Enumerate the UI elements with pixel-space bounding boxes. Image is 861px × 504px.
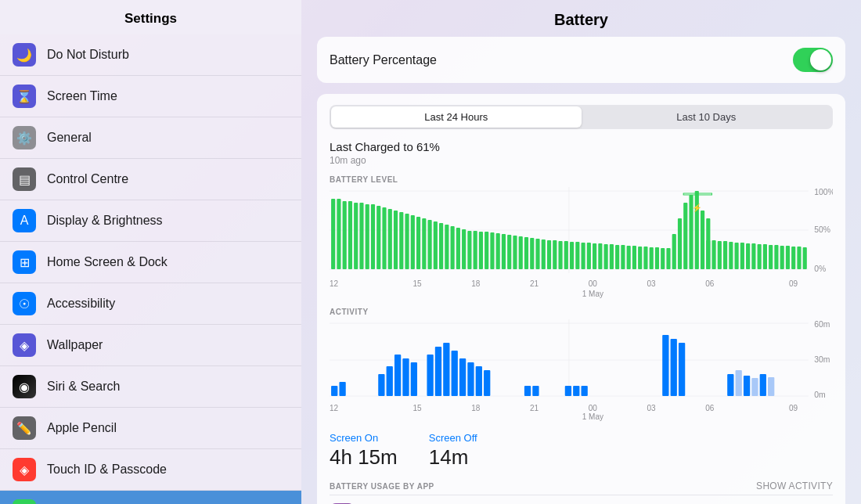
general-icon: ⚙️ (13, 126, 36, 149)
x-sublabel-empty-5 (681, 290, 740, 298)
sidebar-item-apple-pencil[interactable]: ✏️Apple Pencil (0, 408, 301, 449)
touch-id-icon: ◈ (13, 458, 36, 481)
act-x-15: 15 (388, 404, 447, 412)
act-x-21: 21 (505, 404, 564, 412)
last-charged-time: 10m ago (330, 155, 833, 166)
svg-rect-107 (443, 343, 449, 396)
svg-rect-53 (610, 244, 614, 269)
svg-rect-44 (558, 241, 562, 269)
sidebar-item-label-do-not-disturb: Do Not Disturb (47, 48, 129, 62)
app-usage-row: If Found... 44% (330, 495, 833, 504)
x-sublabel-empty-1 (388, 290, 447, 298)
x-label-03: 03 (622, 279, 681, 288)
display-brightness-icon: A (13, 209, 36, 232)
sidebar-item-accessibility[interactable]: ☉Accessibility (0, 283, 301, 325)
do-not-disturb-icon: 🌙 (13, 43, 36, 67)
sidebar-item-wallpaper[interactable]: ◈Wallpaper (0, 325, 301, 366)
x-label-09: 09 (739, 279, 798, 288)
sidebar-item-label-screen-time: Screen Time (47, 89, 117, 103)
svg-rect-54 (615, 245, 619, 269)
svg-text:60m: 60m (814, 320, 830, 329)
svg-rect-122 (736, 370, 742, 396)
svg-rect-80 (746, 243, 750, 269)
svg-rect-121 (727, 374, 733, 396)
svg-rect-109 (459, 358, 466, 396)
sidebar-item-label-control-centre: Control Centre (47, 172, 128, 186)
sidebar-item-siri-search[interactable]: ◉Siri & Search (0, 366, 301, 408)
x-sublabel-empty-4 (622, 290, 681, 298)
svg-rect-123 (744, 376, 750, 396)
tab-switcher: Last 24 Hours Last 10 Days (330, 105, 833, 129)
svg-rect-77 (729, 242, 733, 269)
svg-rect-103 (402, 358, 409, 396)
battery-percentage-label: Battery Percentage (330, 53, 437, 67)
svg-rect-119 (671, 339, 677, 396)
screen-off-label: Screen Off (429, 432, 477, 444)
home-screen-icon: ⊞ (13, 250, 36, 274)
svg-rect-23 (439, 223, 443, 269)
sidebar-item-display-brightness[interactable]: ADisplay & Brightness (0, 200, 301, 242)
show-activity-button[interactable]: SHOW ACTIVITY (756, 481, 833, 491)
svg-rect-126 (768, 377, 774, 396)
tab-last-10-days[interactable]: Last 10 Days (582, 106, 832, 128)
sidebar-item-label-home-screen: Home Screen & Dock (47, 255, 168, 269)
svg-rect-76 (723, 241, 727, 269)
sidebar-item-general[interactable]: ⚙️General (0, 117, 301, 159)
x-label-21: 21 (505, 279, 564, 288)
sidebar-item-label-accessibility: Accessibility (47, 297, 115, 311)
svg-rect-85 (774, 245, 778, 269)
act-1may: 1 May (564, 412, 622, 421)
svg-rect-56 (627, 246, 631, 269)
svg-rect-31 (485, 232, 488, 269)
svg-rect-66 (683, 203, 687, 269)
sidebar-item-home-screen[interactable]: ⊞Home Screen & Dock (0, 242, 301, 283)
svg-rect-26 (456, 228, 460, 269)
svg-rect-12 (376, 206, 380, 269)
svg-rect-89 (797, 247, 801, 269)
svg-rect-52 (604, 244, 608, 269)
svg-text:0m: 0m (814, 391, 825, 398)
sidebar-item-control-centre[interactable]: ▤Control Centre (0, 159, 301, 200)
tab-last-24-hours[interactable]: Last 24 Hours (331, 106, 582, 128)
svg-rect-37 (519, 236, 523, 269)
svg-rect-25 (451, 226, 455, 269)
sidebar-item-label-siri-search: Siri & Search (47, 380, 120, 394)
x-label-18: 18 (447, 279, 506, 288)
svg-rect-29 (474, 231, 477, 269)
svg-rect-9 (359, 203, 363, 269)
svg-rect-102 (394, 355, 401, 396)
battery-percentage-toggle[interactable] (793, 48, 833, 72)
sidebar-item-label-touch-id: Touch ID & Passcode (47, 463, 167, 477)
svg-rect-10 (366, 204, 369, 269)
svg-rect-14 (388, 209, 392, 269)
svg-rect-40 (535, 239, 539, 269)
sidebar-item-do-not-disturb[interactable]: 🌙Do Not Disturb (0, 34, 301, 76)
svg-rect-116 (573, 386, 579, 396)
svg-rect-65 (678, 218, 682, 269)
svg-rect-27 (462, 229, 466, 269)
siri-search-icon: ◉ (13, 375, 36, 398)
toggle-knob (810, 49, 831, 70)
svg-rect-111 (476, 366, 482, 396)
sidebar: Settings 🌙Do Not Disturb⌛Screen Time⚙️Ge… (0, 0, 301, 504)
svg-rect-34 (502, 234, 506, 269)
sidebar-item-touch-id[interactable]: ◈Touch ID & Passcode (0, 449, 301, 491)
svg-rect-5 (337, 199, 340, 269)
screen-off-value: 14m (429, 445, 477, 470)
svg-rect-60 (650, 247, 654, 269)
svg-rect-38 (524, 237, 528, 269)
svg-rect-45 (564, 241, 568, 269)
svg-rect-13 (382, 207, 386, 269)
svg-rect-30 (479, 232, 483, 269)
sidebar-item-screen-time[interactable]: ⌛Screen Time (0, 76, 301, 117)
activity-label: ACTIVITY (330, 308, 833, 316)
svg-rect-35 (507, 235, 511, 269)
svg-rect-43 (553, 240, 557, 269)
svg-rect-115 (565, 386, 571, 396)
svg-rect-87 (786, 246, 790, 269)
act-x-03: 03 (622, 404, 681, 412)
svg-rect-118 (662, 335, 668, 396)
svg-rect-63 (666, 248, 670, 269)
sidebar-item-battery[interactable]: ▮Battery (0, 491, 301, 504)
last-charged-text: Last Charged to 61% (330, 140, 833, 153)
